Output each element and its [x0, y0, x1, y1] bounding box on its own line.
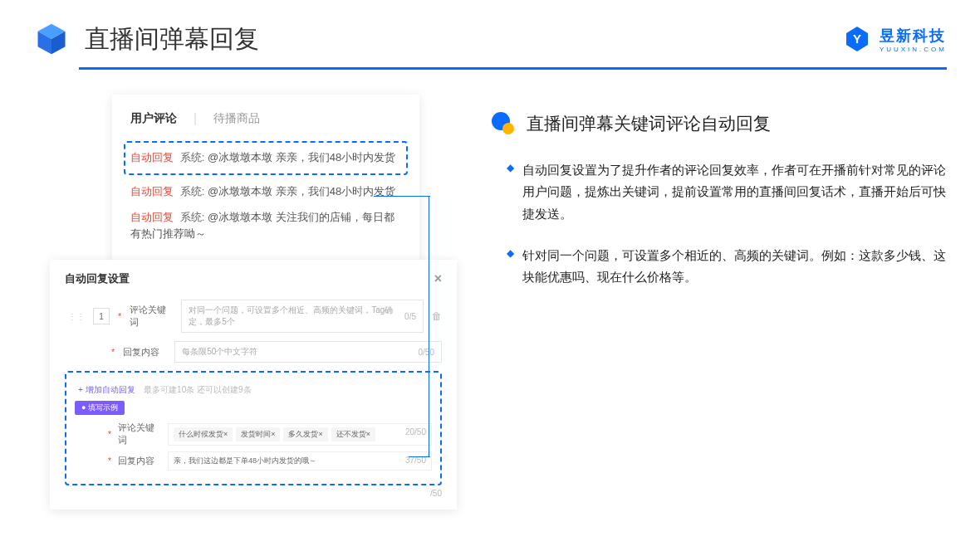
tab-comments[interactable]: 用户评论 [130, 111, 177, 126]
comment-text: @冰墩墩本墩 亲亲，我们48小时内发货 [208, 185, 395, 197]
keyword-label: 评论关键词 [130, 304, 173, 329]
add-reply-link[interactable]: + 增加自动回复 [78, 385, 135, 394]
brand: Y 昱新科技 YUUXIN.COM [843, 25, 947, 53]
ex-kw-label: 评论关键词 [118, 422, 161, 446]
keyword-input[interactable]: 对同一个问题，可设置多个相近、高频的关键词，Tag确定，最多5个 0/5 [181, 300, 424, 333]
counter: 37/50 [405, 456, 426, 466]
auto-reply-tag: 自动回复 [130, 185, 174, 197]
tabs: 用户评论 | 待播商品 [130, 111, 401, 126]
ex-kw-input[interactable]: 什么时候发货× 发货时间× 多久发货× 还不发货× 20/50 [168, 423, 432, 446]
reply-label: 回复内容 [123, 346, 166, 358]
example-badge: ● 填写示例 [75, 401, 125, 415]
ex-reply-input[interactable]: 亲，我们这边都是下单48小时内发货的哦～ 37/50 [168, 451, 432, 471]
comment-row: 自动回复 系统: @冰墩墩本墩 亲亲，我们48小时内发货 [130, 183, 401, 201]
header: 直播间弹幕回复 Y 昱新科技 YUUXIN.COM [0, 0, 980, 67]
reply-row: * 回复内容 每条限50个中文字符 0/50 [65, 341, 442, 363]
bullet-icon: ◆ [507, 162, 514, 225]
system-tag: 系统: [180, 151, 205, 163]
system-tag: 系统: [180, 211, 205, 223]
bubble-icon [490, 111, 515, 136]
example-keyword-row: * 评论关键词 什么时候发货× 发货时间× 多久发货× 还不发货× 20/50 [75, 422, 432, 446]
tag-chip[interactable]: 什么时候发货× [174, 427, 233, 441]
reply-input[interactable]: 每条限50个中文字符 0/50 [174, 341, 442, 363]
left-column: 用户评论 | 待播商品 自动回复 系统: @冰墩墩本墩 亲亲，我们48小时内发货… [50, 95, 465, 510]
ex-reply-text: 亲，我们这边都是下单48小时内发货的哦～ [174, 456, 316, 466]
trash-icon[interactable]: 🗑 [432, 310, 442, 322]
add-hint: 最多可建10条 还可以创建9条 [144, 385, 251, 394]
index-box: 1 [93, 308, 110, 324]
counter: 0/50 [419, 348, 434, 357]
page-title: 直播间弹幕回复 [85, 22, 259, 56]
tag-chip[interactable]: 多久发货× [283, 427, 327, 441]
section-title: 直播间弹幕关键词评论自动回复 [527, 112, 771, 135]
section-head: 直播间弹幕关键词评论自动回复 [490, 111, 947, 136]
tab-divider: | [194, 111, 197, 126]
svg-point-5 [502, 123, 514, 134]
counter: 0/5 [404, 312, 416, 321]
tag-chip[interactable]: 还不发货× [331, 427, 375, 441]
settings-title: 自动回复设置 [65, 271, 130, 286]
required-icon: * [111, 347, 115, 357]
placeholder: 每条限50个中文字符 [182, 346, 257, 358]
auto-reply-tag: 自动回复 [130, 211, 174, 223]
cube-icon [33, 21, 70, 57]
right-column: 直播间弹幕关键词评论自动回复 ◆ 自动回复设置为了提升作者的评论回复效率，作者可… [490, 95, 947, 510]
bullet-text: 自动回复设置为了提升作者的评论回复效率，作者可在开播前针对常见的评论用户问题，提… [522, 159, 947, 225]
header-left: 直播间弹幕回复 [33, 21, 259, 57]
highlighted-comment: 自动回复 系统: @冰墩墩本墩 亲亲，我们48小时内发货 [124, 141, 408, 175]
bullet-text: 针对同一个问题，可设置多个相近的、高频的关键词。例如：这款多少钱、这块能优惠吗、… [522, 245, 947, 289]
comment-row: 自动回复 系统: @冰墩墩本墩 关注我们的店铺，每日都有热门推荐呦～ [130, 209, 401, 244]
comment-text: @冰墩墩本墩 亲亲，我们48小时内发货 [208, 151, 395, 163]
ex-reply-label: 回复内容 [118, 455, 161, 467]
required-icon: * [108, 430, 111, 439]
bullet-icon: ◆ [507, 247, 514, 289]
system-tag: 系统: [180, 185, 205, 197]
close-icon[interactable]: × [434, 271, 442, 286]
brand-icon: Y [843, 25, 871, 53]
brand-sub: YUUXIN.COM [880, 46, 947, 53]
example-box: + 增加自动回复 最多可建10条 还可以创建9条 ● 填写示例 * 评论关键词 … [65, 371, 442, 485]
drag-icon[interactable]: ⋮⋮ [68, 312, 85, 321]
tab-products[interactable]: 待播商品 [213, 111, 260, 126]
brand-name: 昱新科技 [880, 26, 946, 46]
placeholder: 对同一个问题，可设置多个相近、高频的关键词，Tag确定，最多5个 [189, 305, 404, 328]
example-reply-row: * 回复内容 亲，我们这边都是下单48小时内发货的哦～ 37/50 [75, 451, 432, 471]
bullet-item: ◆ 针对同一个问题，可设置多个相近的、高频的关键词。例如：这款多少钱、这块能优惠… [490, 245, 947, 289]
required-icon: * [108, 456, 111, 466]
svg-text:Y: Y [853, 32, 861, 46]
comment-card: 用户评论 | 待播商品 自动回复 系统: @冰墩墩本墩 亲亲，我们48小时内发货… [112, 95, 419, 268]
bullet-item: ◆ 自动回复设置为了提升作者的评论回复效率，作者可在开播前针对常见的评论用户问题… [490, 159, 947, 225]
settings-card: 自动回复设置 × ⋮⋮ 1 * 评论关键词 对同一个问题，可设置多个相近、高频的… [50, 260, 457, 510]
auto-reply-tag: 自动回复 [130, 151, 174, 163]
counter: 20/50 [405, 427, 426, 441]
keyword-row: ⋮⋮ 1 * 评论关键词 对同一个问题，可设置多个相近、高频的关键词，Tag确定… [65, 300, 442, 333]
bottom-counter: /50 [65, 489, 442, 498]
required-icon: * [118, 311, 121, 321]
tag-chip[interactable]: 发货时间× [236, 427, 280, 441]
